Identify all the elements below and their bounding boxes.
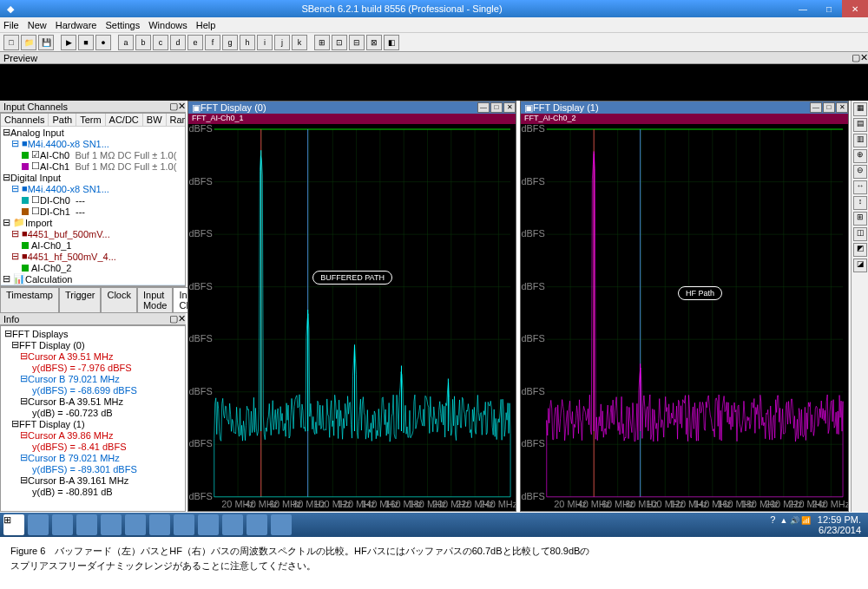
tb-n-icon[interactable]: ⊟ <box>349 35 365 50</box>
rt-4-icon[interactable]: ⊕ <box>853 149 867 163</box>
tb-e-icon[interactable]: e <box>187 35 203 50</box>
tb-c-icon[interactable]: c <box>153 35 168 50</box>
tb-g-icon[interactable]: g <box>222 35 238 50</box>
tb-i-icon[interactable]: i <box>257 35 273 50</box>
rt-8-icon[interactable]: ⊞ <box>853 212 867 226</box>
tb-b-icon[interactable]: b <box>135 35 151 50</box>
tb-open-icon[interactable]: 📁 <box>21 35 36 50</box>
tb-h-icon[interactable]: h <box>240 35 255 50</box>
rt-1-icon[interactable]: ▦ <box>853 102 867 116</box>
menu-help[interactable]: Help <box>196 20 216 30</box>
info-tree[interactable]: ⊟ FFT Displays ⊟ FFT Display (0) ⊟ Curso… <box>0 325 186 512</box>
tree-import2[interactable]: ⊟ ■ 4451_hf_500mV_4... <box>1 251 185 262</box>
taskbar-app-5-icon[interactable] <box>125 514 146 535</box>
tree-digital-input[interactable]: ⊟ Digital Input <box>1 172 185 183</box>
taskbar-app-7-icon[interactable] <box>174 514 194 535</box>
tree-import1[interactable]: ⊟ ■ 4451_buf_500mV... <box>1 228 185 239</box>
tree-m4i-digital[interactable]: ⊟ ■ M4i.4400-x8 SN1... <box>1 183 185 194</box>
tb-run-icon[interactable]: ▶ <box>61 35 76 50</box>
minimize-button[interactable]: — <box>790 0 816 17</box>
menu-new[interactable]: New <box>28 20 47 30</box>
fft0-max-icon[interactable]: □ <box>490 102 503 113</box>
tb-new-icon[interactable]: □ <box>3 35 19 50</box>
menu-settings[interactable]: Settings <box>105 20 140 30</box>
info-d1-cb[interactable]: ⊟ Cursor B 79.021 MHz <box>3 452 183 463</box>
rt-9-icon[interactable]: ◫ <box>853 227 867 241</box>
rt-7-icon[interactable]: ↕ <box>853 196 867 210</box>
taskbar-app-3-icon[interactable] <box>76 514 97 535</box>
info-d1-ba[interactable]: ⊟ Cursor B-A 39.161 MHz <box>3 474 183 486</box>
tb-f-icon[interactable]: f <box>205 35 220 50</box>
menu-file[interactable]: File <box>3 20 19 30</box>
fft1-max-icon[interactable]: □ <box>823 102 835 113</box>
tab-input-mode[interactable]: Input Mode <box>137 287 174 313</box>
tb-stop-icon[interactable]: ■ <box>78 35 94 50</box>
tree-di-ch1[interactable]: ☐ DI-Ch1 --- <box>1 206 185 217</box>
tb-d-icon[interactable]: d <box>170 35 186 50</box>
rt-3-icon[interactable]: ▥ <box>853 134 867 147</box>
tree-analog-input[interactable]: ⊟ Analog Input <box>1 127 185 138</box>
tb-rec-icon[interactable]: ● <box>95 35 111 50</box>
info-d1[interactable]: ⊟ FFT Display (1) <box>3 418 183 429</box>
tb-l-icon[interactable]: ⊞ <box>314 35 330 50</box>
tb-m-icon[interactable]: ⊡ <box>332 35 347 50</box>
tb-j-icon[interactable]: j <box>274 35 290 50</box>
preview-dock-icon[interactable]: ▢ <box>852 52 860 63</box>
taskbar-app-6-icon[interactable] <box>149 514 170 535</box>
fft0-canvas[interactable]: 0 dBFS-20 dBFS-40 dBFS-60 dBFS-80 dBFS-1… <box>188 124 516 511</box>
taskbar-app-2-icon[interactable] <box>52 514 73 535</box>
tb-p-icon[interactable]: ◧ <box>384 35 399 50</box>
rt-5-icon[interactable]: ⊖ <box>853 165 867 179</box>
fft0-close-icon[interactable]: ✕ <box>503 102 516 113</box>
rt-6-icon[interactable]: ↔ <box>853 180 867 194</box>
fft1-canvas[interactable]: 0 dBFS-20 dBFS-40 dBFS-60 dBFS-80 dBFS-1… <box>521 124 848 511</box>
taskbar-app-11-icon[interactable] <box>271 514 292 535</box>
rt-11-icon[interactable]: ◪ <box>853 259 867 272</box>
start-icon[interactable]: ⊞ <box>3 514 24 535</box>
fft1-min-icon[interactable]: — <box>810 102 822 113</box>
tree-ai-ch1[interactable]: ☐ AI-Ch1 Buf 1 MΩ DC Full ± 1.0( <box>1 160 185 172</box>
rt-2-icon[interactable]: ▤ <box>853 118 867 132</box>
close-button[interactable]: ✕ <box>842 0 868 17</box>
taskbar-app-8-icon[interactable] <box>198 514 219 535</box>
tree-m4i-analog[interactable]: ⊟ ■ M4i.4400-x8 SN1... <box>1 138 185 149</box>
tree-import2-ch[interactable]: AI-Ch0_2 <box>1 262 185 273</box>
info-d0-ba[interactable]: ⊟ Cursor B-A 39.51 MHz <box>3 396 183 407</box>
fft0-min-icon[interactable]: — <box>477 102 490 113</box>
taskbar-app-4-icon[interactable] <box>101 514 122 535</box>
tab-timestamp[interactable]: Timestamp <box>0 287 59 313</box>
help-icon[interactable]: ? <box>770 514 775 525</box>
tb-save-icon[interactable]: 💾 <box>38 35 54 50</box>
taskbar-app-10-icon[interactable] <box>247 514 267 535</box>
tree-di-ch0[interactable]: ☐ DI-Ch0 --- <box>1 194 185 206</box>
tb-a-icon[interactable]: a <box>118 35 134 50</box>
tb-o-icon[interactable]: ⊠ <box>366 35 382 50</box>
menu-windows[interactable]: Windows <box>148 20 187 30</box>
preview-close-icon[interactable]: ✕ <box>860 52 868 63</box>
info-d1-ca[interactable]: ⊟ Cursor A 39.86 MHz <box>3 429 183 441</box>
info-dock-icon[interactable]: ▢ <box>169 313 178 324</box>
info-d0-cb[interactable]: ⊟ Cursor B 79.021 MHz <box>3 373 183 384</box>
maximize-button[interactable]: □ <box>816 0 842 17</box>
info-d0-ca[interactable]: ⊟ Cursor A 39.51 MHz <box>3 350 183 362</box>
fft1-close-icon[interactable]: ✕ <box>836 102 848 113</box>
tree-import1-ch[interactable]: AI-Ch0_1 <box>1 239 185 251</box>
tab-trigger[interactable]: Trigger <box>59 287 101 313</box>
info-root[interactable]: ⊟ FFT Displays <box>3 328 183 339</box>
tree-import[interactable]: ⊟ 📁 Import <box>1 217 185 228</box>
tree-calc[interactable]: ⊟ 📊 Calculation <box>1 273 185 285</box>
channels-tree[interactable]: Channels Path Term AC/DC BW Rang ⊟ Analo… <box>0 113 186 286</box>
system-tray[interactable]: ? ▲ 🔊 📶 12:59 PM. 6/23/2014 <box>770 514 865 535</box>
info-close-icon[interactable]: ✕ <box>178 313 186 324</box>
menu-hardware[interactable]: Hardware <box>56 20 97 30</box>
panel-close-icon[interactable]: ✕ <box>178 101 186 112</box>
panel-dock-icon[interactable]: ▢ <box>169 101 178 112</box>
tb-k-icon[interactable]: k <box>292 35 307 50</box>
tab-clock[interactable]: Clock <box>101 287 137 313</box>
rt-10-icon[interactable]: ◩ <box>853 243 867 257</box>
taskbar-app-9-icon[interactable] <box>222 514 243 535</box>
svg-text:-100 dBFS: -100 dBFS <box>521 386 545 396</box>
taskbar-app-1-icon[interactable] <box>28 514 49 535</box>
info-d0[interactable]: ⊟ FFT Display (0) <box>3 339 183 350</box>
tree-ai-ch0[interactable]: ☑ AI-Ch0 Buf 1 MΩ DC Full ± 1.0( <box>1 149 185 160</box>
